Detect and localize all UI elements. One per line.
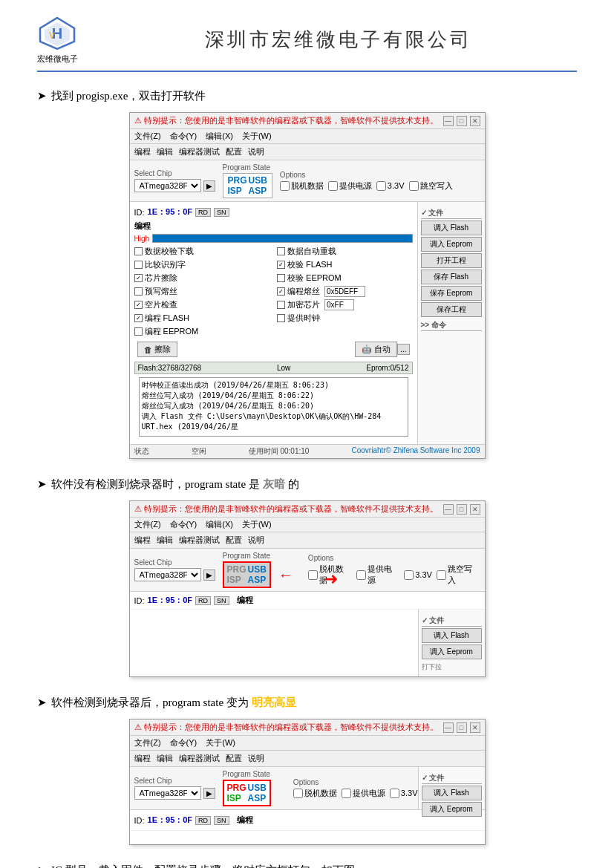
win3-menu-file[interactable]: 文件(Z) [134, 737, 161, 748]
win2-toolbar-config[interactable]: 配置 [226, 535, 242, 546]
win3-close[interactable]: ✕ [470, 722, 480, 733]
option-power-cb[interactable] [328, 181, 338, 191]
cb-box-6[interactable] [134, 314, 143, 322]
btn-read-flash[interactable]: 调入 Flash [421, 221, 482, 235]
win2-toolbar-test[interactable]: 编程器测试 [179, 535, 220, 546]
btn-save-project[interactable]: 保存工程 [421, 302, 482, 317]
option-blank-cb[interactable] [409, 181, 419, 191]
option-3v3-cb[interactable] [376, 181, 386, 191]
toolbar-config[interactable]: 配置 [226, 146, 242, 157]
chip-arrow-btn[interactable]: ▶ [203, 180, 215, 192]
win3-rd-btn[interactable]: RD [195, 816, 211, 825]
cb-box-r4[interactable] [277, 287, 285, 296]
menu-file[interactable]: 文件(Z) [134, 131, 161, 142]
win2-option-power-cb[interactable] [356, 570, 366, 580]
cb-box-r6[interactable] [277, 314, 285, 322]
cb-box-r1[interactable] [277, 247, 285, 255]
option-jiji-cb[interactable] [280, 181, 290, 191]
win2-toolbar-help[interactable]: 说明 [248, 535, 264, 546]
option-jiji[interactable]: 脱机数据 [280, 180, 324, 192]
cb-box-r3[interactable] [277, 274, 285, 282]
win1-minimize[interactable]: — [443, 116, 454, 126]
win2-option-jiji-cb[interactable] [308, 570, 318, 580]
menu-about[interactable]: 关于(W) [242, 131, 272, 142]
btn-save-eeprom[interactable]: 保存 Eeprom [421, 286, 482, 301]
win2-minimize[interactable]: — [443, 504, 454, 515]
win3-maximize[interactable]: □ [457, 722, 467, 733]
menu-edit[interactable]: 编辑(X) [206, 131, 233, 142]
cb-box-r5[interactable] [277, 301, 285, 309]
auto-btn[interactable]: 🤖 自动 [355, 342, 397, 357]
option-3v3[interactable]: 3.3V [376, 181, 405, 191]
win2-close[interactable]: ✕ [470, 504, 480, 515]
win2-toolbar-edit[interactable]: 编辑 [157, 535, 173, 546]
win3-chip-arrow-btn[interactable]: ▶ [203, 788, 215, 799]
win2-option-power[interactable]: 提供电源 [356, 564, 400, 586]
rd-btn[interactable]: RD [195, 208, 211, 217]
win3-option-jiji-cb[interactable] [293, 789, 303, 798]
encrypt-input[interactable] [324, 299, 354, 310]
win3-option-3v3-cb[interactable] [390, 789, 399, 798]
cb-box-r2[interactable] [277, 261, 285, 269]
cb-box-2[interactable] [134, 261, 143, 269]
win3-toolbar-biancheng[interactable]: 编程 [134, 753, 151, 764]
win2-toolbar-biancheng[interactable]: 编程 [134, 535, 151, 546]
win2-menu-about[interactable]: 关于(W) [242, 519, 272, 530]
win3-option-power[interactable]: 提供电源 [342, 788, 385, 799]
win3-menu-command[interactable]: 命令(Y) [170, 737, 197, 748]
erase-btn[interactable]: 🗑 擦除 [137, 342, 177, 357]
win3-toolbar-config[interactable]: 配置 [226, 753, 242, 764]
win3-option-jiji[interactable]: 脱机数据 [293, 788, 337, 799]
win2-option-blank[interactable]: 跳空写入 [437, 564, 480, 586]
win2-menu-file[interactable]: 文件(Z) [134, 519, 161, 530]
win2-chip-dropdown[interactable]: ATmega328P [134, 568, 201, 581]
win2-sn-btn[interactable]: SN [214, 596, 229, 605]
win2-option-blank-cb[interactable] [437, 570, 446, 580]
win3-menu-about[interactable]: 关于(W) [206, 737, 235, 748]
btn-save-flash[interactable]: 保存 Flash [421, 270, 482, 284]
win2-option-3v3-cb[interactable] [404, 570, 414, 580]
win3-minimize[interactable]: — [443, 722, 454, 733]
cb-box-4[interactable] [134, 287, 143, 296]
toolbar-help[interactable]: 说明 [248, 146, 264, 157]
win3-controls[interactable]: — □ ✕ [443, 722, 480, 733]
cb-row-r1: 数据自动重载 [277, 246, 413, 257]
toolbar-biancheng[interactable]: 编程 [134, 146, 151, 157]
win2-option-3v3[interactable]: 3.3V [404, 570, 432, 580]
cb-box-1[interactable] [134, 247, 143, 255]
win1-controls[interactable]: — □ ✕ [443, 116, 480, 126]
toolbar-edit[interactable]: 编辑 [157, 146, 173, 157]
win2-chip-arrow-btn[interactable]: ▶ [203, 570, 215, 581]
chip-dropdown[interactable]: ATmega328P [134, 179, 201, 192]
win3-btn-read-flash[interactable]: 调入 Flash [422, 786, 482, 800]
cb-box-3[interactable] [134, 274, 143, 282]
fuse-input-1[interactable] [324, 286, 365, 297]
win3-option-3v3[interactable]: 3.3V [390, 789, 418, 798]
win2-btn-read-eeprom[interactable]: 调入 Eeprom [422, 645, 482, 659]
win2-menu-command[interactable]: 命令(Y) [170, 519, 197, 530]
option-blank[interactable]: 跳空写入 [409, 180, 453, 192]
win3-chip-dropdown[interactable]: ATmega328P [134, 786, 201, 800]
more-btn[interactable]: ... [397, 344, 409, 355]
menu-command[interactable]: 命令(Y) [170, 131, 197, 142]
win3-toolbar-help[interactable]: 说明 [248, 753, 264, 764]
sn-btn[interactable]: SN [214, 208, 229, 217]
btn-read-eeprom[interactable]: 调入 Eeprom [421, 237, 482, 252]
win3-option-power-cb[interactable] [342, 789, 351, 798]
win3-btn-read-eeprom[interactable]: 调入 Eeprom [422, 802, 482, 817]
btn-open-project[interactable]: 打开工程 [421, 253, 482, 268]
toolbar-test[interactable]: 编程器测试 [179, 146, 220, 157]
win1-close[interactable]: ✕ [470, 116, 480, 126]
win2-rd-btn[interactable]: RD [195, 596, 211, 605]
win2-controls[interactable]: — □ ✕ [443, 504, 480, 515]
win1-maximize[interactable]: □ [457, 116, 467, 126]
win2-menu-edit[interactable]: 编辑(X) [206, 519, 233, 530]
win3-sn-btn[interactable]: SN [214, 816, 229, 825]
win2-maximize[interactable]: □ [457, 504, 467, 515]
option-power[interactable]: 提供电源 [328, 180, 372, 192]
cb-box-7[interactable] [134, 327, 143, 336]
cb-box-5[interactable] [134, 301, 143, 309]
win3-toolbar-edit[interactable]: 编辑 [157, 753, 173, 764]
win2-btn-read-flash[interactable]: 调入 Flash [422, 628, 482, 643]
win3-toolbar-test[interactable]: 编程器测试 [179, 753, 220, 764]
